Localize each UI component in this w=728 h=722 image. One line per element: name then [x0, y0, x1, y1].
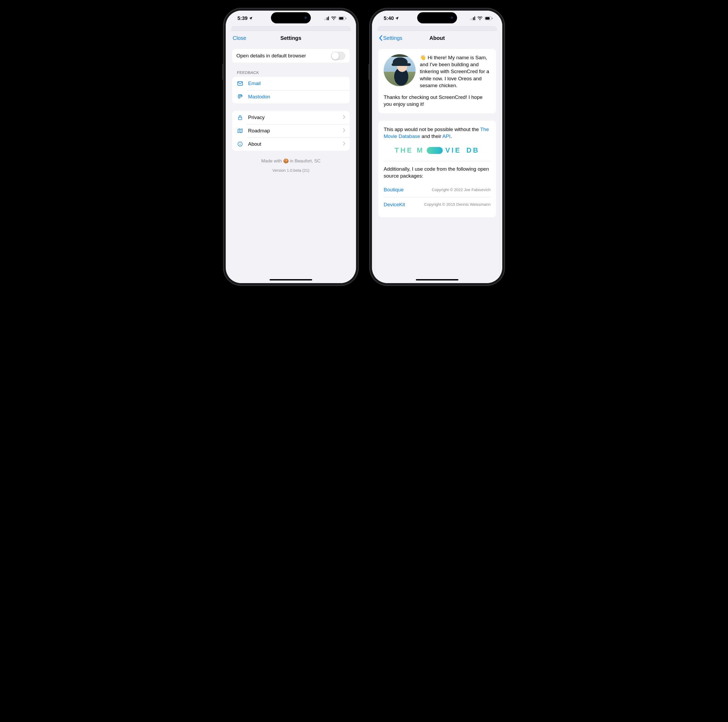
dynamic-island — [271, 12, 311, 23]
close-button-label: Close — [232, 35, 246, 41]
about-intro-card: 👋 Hi there! My name is Sam, and I've bee… — [378, 49, 496, 113]
svg-rect-10 — [492, 18, 493, 19]
phone-settings: 5:39 Close Settings — [223, 8, 359, 286]
info-icon — [236, 141, 244, 147]
battery-icon — [485, 17, 493, 20]
about-label: About — [248, 141, 339, 147]
feedback-header: FEEDBACK — [232, 70, 350, 77]
background-card-peek — [377, 26, 497, 31]
cell-signal-icon — [470, 17, 475, 20]
svg-point-7 — [240, 143, 240, 143]
back-button-label: Settings — [383, 35, 402, 41]
package-devicekit-row[interactable]: DeviceKit Copyright © 2015 Dennis Weissm… — [384, 197, 491, 212]
cell-signal-icon — [324, 17, 329, 20]
lock-icon — [236, 115, 244, 121]
feedback-mastodon-row[interactable]: Mastodon — [232, 90, 350, 103]
mastodon-icon — [236, 93, 244, 100]
toggle-label: Open details in default browser — [236, 53, 327, 59]
chevron-right-icon — [343, 128, 346, 134]
package-name: Boutique — [384, 187, 404, 193]
open-details-toggle-row[interactable]: Open details in default browser — [232, 49, 350, 63]
back-button[interactable]: Settings — [379, 35, 402, 41]
package-copyright: Copyright © 2022 Joe Fabisevich — [432, 187, 491, 193]
home-indicator[interactable] — [416, 279, 458, 280]
dynamic-island — [417, 12, 457, 23]
roadmap-row[interactable]: Roadmap — [232, 124, 350, 138]
background-card-peek — [231, 26, 351, 31]
home-indicator[interactable] — [270, 279, 312, 280]
feedback-email-label: Email — [248, 81, 346, 86]
status-time: 5:40 — [384, 15, 394, 21]
nav-bar: Close Settings — [228, 31, 353, 45]
api-link[interactable]: API — [442, 133, 451, 139]
chevron-left-icon — [379, 35, 382, 41]
wave-icon: 👋 — [420, 55, 426, 60]
wifi-icon — [477, 17, 483, 20]
svg-rect-1 — [339, 17, 344, 20]
made-with-text: Made with 🍪 in Beaufort, SC — [232, 158, 350, 164]
about-greeting: 👋 Hi there! My name is Sam, and I've bee… — [420, 54, 491, 89]
chevron-right-icon — [343, 115, 346, 121]
roadmap-label: Roadmap — [248, 128, 339, 134]
package-name: DeviceKit — [384, 201, 405, 208]
package-copyright: Copyright © 2015 Dennis Weissmann — [424, 202, 491, 207]
tmdb-pill-icon — [427, 147, 443, 154]
phone-about: 5:40 Settings About — [369, 8, 505, 286]
page-title: About — [430, 35, 445, 41]
battery-icon — [338, 17, 346, 20]
chevron-right-icon — [343, 141, 346, 147]
wifi-icon — [331, 17, 336, 20]
privacy-row[interactable]: Privacy — [232, 111, 350, 124]
version-text: Version 1.0.beta (21) — [232, 168, 350, 173]
map-icon — [236, 128, 244, 134]
about-credits-card: This app would not be possible without t… — [378, 121, 496, 217]
location-icon — [395, 16, 399, 20]
toggle-switch[interactable] — [331, 52, 346, 60]
about-row[interactable]: About — [232, 138, 350, 151]
feedback-mastodon-label: Mastodon — [248, 94, 346, 100]
svg-rect-9 — [485, 17, 490, 20]
privacy-label: Privacy — [248, 115, 339, 121]
feedback-email-row[interactable]: Email — [232, 77, 350, 90]
avatar — [384, 54, 416, 86]
about-thanks: Thanks for checking out ScreenCred! I ho… — [384, 94, 491, 108]
close-button[interactable]: Close — [232, 35, 246, 41]
envelope-icon — [236, 80, 244, 87]
status-time: 5:39 — [237, 15, 248, 21]
svg-rect-2 — [346, 18, 346, 19]
nav-bar: Settings About — [375, 31, 500, 45]
location-icon — [249, 16, 253, 20]
svg-rect-4 — [239, 117, 242, 119]
tmdb-logo: THE M VIE DB — [384, 146, 491, 155]
package-boutique-row[interactable]: Boutique Copyright © 2022 Joe Fabisevich — [384, 183, 491, 197]
credits-text: This app would not be possible without t… — [384, 126, 491, 140]
page-title: Settings — [280, 35, 301, 41]
oss-intro: Additionally, I use code from the follow… — [384, 165, 491, 179]
